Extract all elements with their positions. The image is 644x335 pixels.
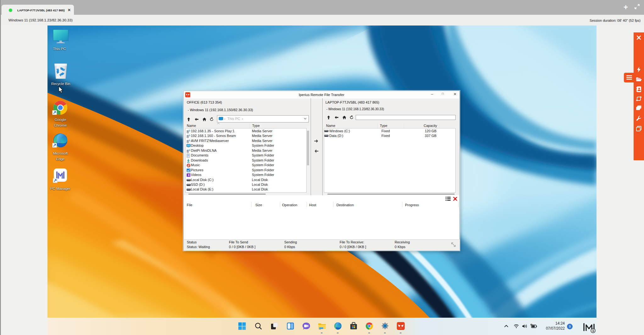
svg-text:1: 1 — [592, 329, 594, 332]
